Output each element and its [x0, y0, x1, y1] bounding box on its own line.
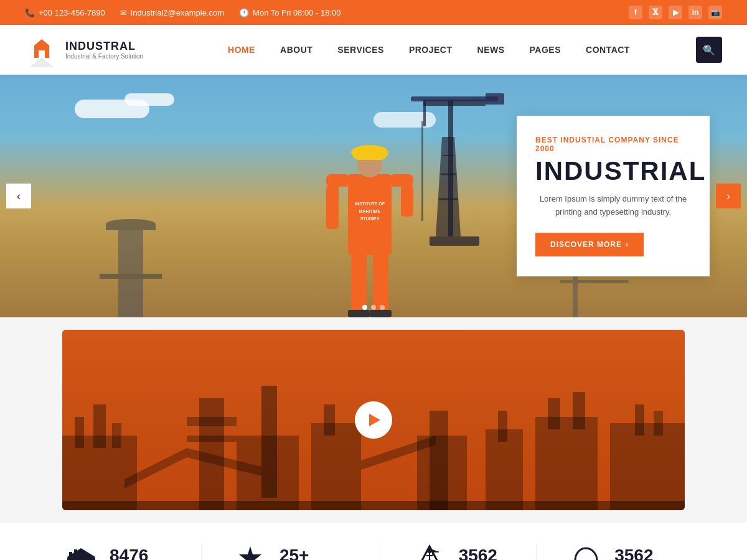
- email-icon: ✉: [120, 8, 127, 17]
- stat-divider-3: [536, 544, 537, 560]
- svg-rect-59: [573, 392, 585, 429]
- email-contact: ✉ Industrial2@example.com: [120, 8, 224, 17]
- phone-contact: 📞 +00 123-456-7890: [25, 8, 105, 17]
- cloud-2: [125, 93, 174, 106]
- nav-home[interactable]: HOME: [215, 25, 268, 75]
- slider-dots: [362, 305, 385, 310]
- svg-rect-15: [348, 174, 392, 255]
- svg-rect-56: [498, 411, 507, 442]
- svg-rect-58: [548, 398, 560, 429]
- svg-rect-46: [187, 417, 237, 426]
- phone-icon: 📞: [25, 8, 35, 17]
- svg-marker-72: [239, 546, 261, 561]
- experience-value: 25+: [280, 546, 349, 561]
- svg-rect-19: [401, 185, 413, 217]
- nav-project[interactable]: PROJECT: [397, 25, 465, 75]
- navbar: INDUSTRAL Industrial & Factory Solution …: [0, 25, 747, 75]
- svg-point-78: [427, 548, 432, 553]
- slider-dot-3[interactable]: [380, 305, 385, 310]
- arrow-right-icon: ›: [626, 240, 629, 249]
- svg-rect-57: [535, 417, 598, 510]
- svg-rect-23: [370, 310, 392, 317]
- stat-smart-support: 3562 24/7 Smart Support: [567, 541, 685, 560]
- twitter-x-icon[interactable]: 𝕏: [649, 6, 662, 19]
- svg-rect-47: [187, 436, 237, 442]
- happy-customer-value: 8476: [110, 546, 171, 561]
- happy-customer-content: 8476 Happy Customer: [110, 546, 171, 561]
- brand-tagline: Industrial & Factory Solution: [65, 53, 143, 60]
- search-button[interactable]: 🔍: [696, 37, 722, 63]
- svg-rect-63: [62, 501, 685, 510]
- stat-project-done: 3562 Project Done: [411, 541, 505, 560]
- discover-more-button[interactable]: DISCOVER MORE ›: [535, 233, 644, 256]
- slider-prev-button[interactable]: ‹: [6, 184, 31, 208]
- svg-rect-22: [348, 310, 370, 317]
- slider-dot-2[interactable]: [371, 305, 376, 310]
- logo-icon: [25, 33, 59, 67]
- logo-text: INDUSTRAL Industrial & Factory Solution: [65, 40, 143, 60]
- svg-text:STUDIES: STUDIES: [360, 217, 380, 221]
- stat-experience: 25+ Year Of Experience: [232, 541, 349, 560]
- nav-news[interactable]: NEWS: [465, 25, 517, 75]
- brand-name: INDUSTRAL: [65, 40, 143, 53]
- stat-happy-customer: 8476 Happy Customer: [62, 541, 171, 560]
- search-icon: 🔍: [703, 44, 715, 56]
- slider-next-button[interactable]: ›: [716, 184, 741, 208]
- video-section: [0, 317, 747, 523]
- svg-point-33: [106, 219, 156, 229]
- nav-pages[interactable]: PAGES: [517, 25, 573, 75]
- svg-text:INSTITUTE OF: INSTITUTE OF: [355, 202, 385, 206]
- video-container: [62, 330, 685, 510]
- video-play-button[interactable]: [355, 401, 392, 439]
- svg-rect-70: [69, 552, 72, 559]
- worker-figure: INSTITUTE OF MARITIME STUDIES: [314, 93, 426, 317]
- svg-marker-85: [433, 549, 439, 552]
- svg-rect-42: [112, 423, 121, 448]
- stat-divider-1: [201, 544, 202, 560]
- svg-rect-32: [100, 274, 162, 279]
- svg-text:MARITIME: MARITIME: [359, 209, 381, 213]
- discover-label: DISCOVER MORE: [550, 240, 622, 249]
- stats-section: 8476 Happy Customer 25+ Year Of Experien…: [0, 523, 747, 560]
- smart-support-content: 3562 24/7 Smart Support: [614, 546, 685, 561]
- instagram-icon[interactable]: 📷: [708, 6, 722, 19]
- hero-card: BEST INDUSTIAL COMPANY SINCE 2000 INDUST…: [517, 116, 710, 276]
- svg-rect-41: [93, 404, 106, 448]
- svg-rect-50: [311, 423, 361, 510]
- chevron-right-icon: ›: [726, 190, 730, 203]
- svg-rect-71: [74, 549, 77, 559]
- svg-rect-14: [430, 236, 479, 246]
- hero-description: Lorem Ipsum is simply dummy text of the …: [535, 193, 691, 219]
- nav-links: HOME ABOUT SERVICES PROJECT NEWS PAGES C…: [162, 25, 696, 75]
- chevron-left-icon: ‹: [17, 190, 21, 203]
- mountain-stat-icon: [411, 541, 449, 560]
- svg-rect-30: [118, 224, 143, 317]
- svg-rect-61: [635, 404, 644, 436]
- svg-marker-8: [436, 137, 461, 236]
- nav-contact[interactable]: CONTACT: [573, 25, 642, 75]
- project-done-value: 3562: [459, 546, 505, 561]
- nav-about[interactable]: ABOUT: [268, 25, 325, 75]
- svg-rect-62: [654, 411, 663, 436]
- hours-contact: 🕐 Mon To Fri 08:00 - 18:00: [239, 8, 341, 17]
- svg-rect-1: [39, 50, 45, 58]
- hero-slider: INSTITUTE OF MARITIME STUDIES ‹ › BEST I…: [0, 75, 747, 317]
- youtube-icon[interactable]: ▶: [669, 6, 682, 19]
- svg-rect-49: [237, 436, 299, 510]
- svg-rect-17: [390, 174, 413, 187]
- factory-stat-icon: [62, 541, 100, 560]
- clock-icon: 🕐: [239, 8, 249, 17]
- star-stat-icon: [232, 541, 270, 560]
- top-bar-left: 📞 +00 123-456-7890 ✉ Industrial2@example…: [25, 8, 341, 17]
- facebook-icon[interactable]: f: [629, 6, 642, 19]
- svg-rect-40: [75, 417, 84, 448]
- nav-services[interactable]: SERVICES: [325, 25, 397, 75]
- headset-stat-icon: [567, 541, 604, 560]
- linkedin-icon[interactable]: in: [688, 6, 702, 19]
- svg-rect-54: [417, 436, 467, 510]
- svg-rect-45: [199, 398, 224, 510]
- experience-content: 25+ Year Of Experience: [280, 546, 349, 561]
- slider-dot-1[interactable]: [362, 305, 367, 310]
- logo: INDUSTRAL Industrial & Factory Solution: [25, 33, 162, 67]
- smart-support-value: 3562: [614, 546, 685, 561]
